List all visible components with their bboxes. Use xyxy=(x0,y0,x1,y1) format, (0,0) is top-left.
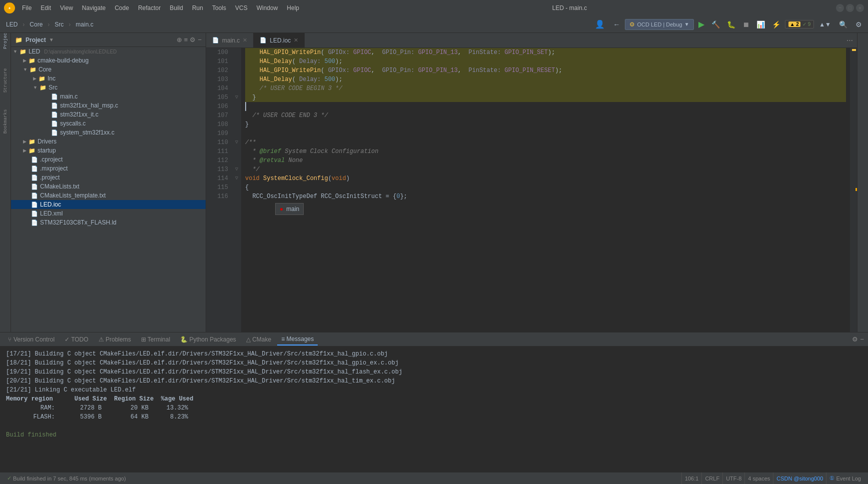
tree-mxproject[interactable]: 📄 .mxproject xyxy=(11,164,206,173)
debug-config-dropdown[interactable]: ⚙ OCD LED | Debug ▼ xyxy=(625,19,693,30)
fold-btn-105[interactable]: ▽ xyxy=(232,93,241,102)
menu-code[interactable]: Code xyxy=(111,2,133,14)
locate-file-button[interactable]: ⊕ xyxy=(177,36,182,44)
menu-tools[interactable]: Tools xyxy=(208,2,230,14)
bottom-minimize-button[interactable]: − xyxy=(860,336,864,343)
tree-inc[interactable]: ▶ 📁 Inc xyxy=(11,74,206,83)
maximize-button[interactable]: □ xyxy=(846,4,854,12)
file-tree-title: 📁 Project ▼ xyxy=(15,36,54,44)
tab-ledioc[interactable]: 📄 LED.ioc ✕ xyxy=(254,33,305,48)
bookmarks-icon[interactable]: Bookmarks xyxy=(1,117,10,126)
status-line-ending[interactable]: CRLF xyxy=(701,472,722,484)
tree-project[interactable]: 📄 .project xyxy=(11,173,206,182)
tree-cmakelists-template[interactable]: 📄 CMakeLists_template.txt xyxy=(11,191,206,200)
tree-drivers[interactable]: ▶ 📁 Drivers xyxy=(11,137,206,146)
close-mainc-tab[interactable]: ✕ xyxy=(243,37,247,44)
tree-flash-ld[interactable]: 📄 STM32F103C8Tx_FLASH.ld xyxy=(11,218,206,227)
status-indent[interactable]: 4 spaces xyxy=(744,472,773,484)
menu-window[interactable]: Window xyxy=(253,2,282,14)
back-button[interactable]: ← xyxy=(610,19,623,30)
code-editor: 100 101 102 103 104 105 106 107 108 109 … xyxy=(206,48,857,332)
code-line-111: * @brief System Clock Configuration xyxy=(245,147,846,156)
collapse-all-button[interactable]: ≡ xyxy=(184,36,188,44)
run-button[interactable]: ▶ xyxy=(696,18,707,30)
tree-settings-button[interactable]: ⚙ xyxy=(190,36,196,44)
expand-button[interactable]: ▲▼ xyxy=(816,20,834,30)
breadcrumb-mainc[interactable]: main.c xyxy=(73,20,96,30)
tab-python-packages[interactable]: 🐍 Python Packages xyxy=(176,334,240,345)
title-bar: ✦ File Edit View Navigate Code Refactor … xyxy=(0,0,868,16)
breadcrumb-led[interactable]: LED xyxy=(3,20,21,30)
status-encoding[interactable]: UTF-8 xyxy=(722,472,744,484)
build-button[interactable]: 🔨 xyxy=(709,19,722,30)
tree-mainc[interactable]: 📄 main.c xyxy=(11,92,206,101)
tab-cmake[interactable]: △ CMake xyxy=(242,334,275,345)
status-build-result[interactable]: ✓ Build finished in 7 sec, 845 ms (momen… xyxy=(4,472,129,484)
tree-hal-it[interactable]: 📄 stm32f1xx_it.c xyxy=(11,110,206,119)
tree-system-stm32[interactable]: 📄 system_stm32f1xx.c xyxy=(11,128,206,137)
minimize-button[interactable]: − xyxy=(836,4,844,12)
window-controls: − □ ✕ xyxy=(836,4,864,12)
code-line-113: */ xyxy=(245,165,846,174)
tab-mainc[interactable]: 📄 main.c ✕ xyxy=(206,33,254,48)
tree-startup[interactable]: ▶ 📁 startup xyxy=(11,146,206,155)
status-right: 106:1 CRLF UTF-8 4 spaces CSDN @sitong00… xyxy=(681,472,864,484)
menu-navigate[interactable]: Navigate xyxy=(78,2,110,14)
status-position[interactable]: 106:1 xyxy=(681,472,702,484)
code-line-115: { xyxy=(245,183,846,192)
tree-led-xml[interactable]: 📄 LED.xml xyxy=(11,209,206,218)
right-gutter xyxy=(850,48,857,332)
search-button[interactable]: 🔍 xyxy=(836,19,850,30)
status-event-log[interactable]: ① Event Log xyxy=(826,472,864,484)
recent-files-button[interactable]: ⋯ xyxy=(842,36,857,44)
tab-todo[interactable]: ✓ TODO xyxy=(61,334,93,345)
debug-button[interactable]: 🐛 xyxy=(724,19,738,30)
menu-edit[interactable]: Edit xyxy=(37,2,55,14)
build-line-3: [19/21] Building C object CMakeFiles/LED… xyxy=(6,368,862,376)
bottom-panel: ⑂ Version Control ✓ TODO ⚠ Problems ⊞ Te… xyxy=(0,332,868,472)
fold-btn-113[interactable]: ▽ xyxy=(232,165,241,174)
tab-version-control[interactable]: ⑂ Version Control xyxy=(4,334,59,345)
menu-help[interactable]: Help xyxy=(283,2,303,14)
warnings-badge[interactable]: ▲ ▲ 22 xyxy=(788,22,800,27)
menu-refactor[interactable]: Refactor xyxy=(134,2,165,14)
bottom-settings-button[interactable]: ⚙ xyxy=(852,336,858,343)
menu-view[interactable]: View xyxy=(56,2,77,14)
editor-tabs: 📄 main.c ✕ 📄 LED.ioc ✕ ⋯ xyxy=(206,33,857,48)
tree-led-ioc[interactable]: 📄 LED.ioc xyxy=(11,200,206,209)
tab-messages[interactable]: ≡ Messages xyxy=(277,334,318,346)
file-tree: 📁 Project ▼ ⊕ ≡ ⚙ − ▼ 📁 LED D:\qianrushi… xyxy=(11,33,206,332)
fold-btn-114[interactable]: ▽ xyxy=(232,174,241,183)
code-content[interactable]: HAL_GPIO_WritePin( GPIOx: GPIOC, GPIO_Pi… xyxy=(241,48,850,332)
tree-root-led[interactable]: ▼ 📁 LED D:\qianrushixitong\clionLED\LED xyxy=(11,47,206,56)
fold-btn-110[interactable]: ▽ xyxy=(232,138,241,147)
tree-hal-msp[interactable]: 📄 stm32f1xx_hal_msp.c xyxy=(11,101,206,110)
profile-button[interactable]: 👤 xyxy=(592,18,608,30)
flash-button[interactable]: ⚡ xyxy=(769,19,783,30)
tab-problems[interactable]: ⚠ Problems xyxy=(95,334,135,345)
close-button[interactable]: ✕ xyxy=(856,4,864,12)
tree-core[interactable]: ▼ 📁 Core xyxy=(11,65,206,74)
tree-syscalls[interactable]: 📄 syscalls.c xyxy=(11,119,206,128)
coverage-button[interactable]: 📊 xyxy=(754,19,767,30)
status-username[interactable]: CSDN @sitong000 xyxy=(773,472,826,484)
tree-src[interactable]: ▼ 📁 Src xyxy=(11,83,206,92)
project-icon[interactable]: Project xyxy=(1,35,10,44)
menu-run[interactable]: Run xyxy=(188,2,207,14)
close-ledioc-tab[interactable]: ✕ xyxy=(294,37,298,44)
structure-icon[interactable]: Structure xyxy=(1,76,10,85)
breadcrumb-core[interactable]: Core xyxy=(27,20,46,30)
breadcrumb-src[interactable]: Src xyxy=(52,20,67,30)
menu-vcs[interactable]: VCS xyxy=(231,2,252,14)
hide-tree-button[interactable]: − xyxy=(198,36,202,44)
tree-cmakelists[interactable]: 📄 CMakeLists.txt xyxy=(11,182,206,191)
tab-terminal[interactable]: ⊞ Terminal xyxy=(137,334,174,345)
stop-button[interactable]: ⏹ xyxy=(740,19,752,30)
settings-button[interactable]: ⚙ xyxy=(852,19,865,30)
menu-build[interactable]: Build xyxy=(166,2,187,14)
tree-cproject[interactable]: 📄 .cproject xyxy=(11,155,206,164)
code-line-114: void SystemClock_Config(void) xyxy=(245,174,846,183)
menu-file[interactable]: File xyxy=(18,2,36,14)
tree-cmake-build-debug[interactable]: ▶ 📁 cmake-build-debug xyxy=(11,56,206,65)
code-line-106 xyxy=(245,102,846,111)
